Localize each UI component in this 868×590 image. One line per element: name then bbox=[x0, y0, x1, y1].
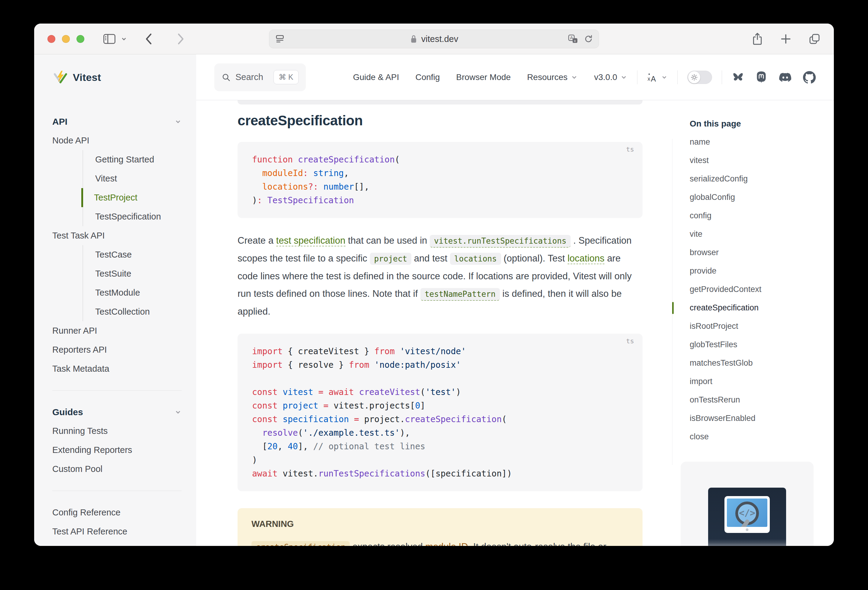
code-line: function createSpecification( bbox=[252, 153, 628, 166]
outline-title: On this page bbox=[672, 119, 834, 129]
code-line: ) bbox=[252, 453, 628, 467]
inline-code-link[interactable]: vitest.runTestSpecifications bbox=[430, 235, 571, 247]
toc-item-close[interactable]: close bbox=[672, 428, 834, 446]
sidebar-item-testspecification[interactable]: TestSpecification bbox=[83, 207, 182, 226]
sidebar-item-testmodule[interactable]: TestModule bbox=[83, 283, 182, 302]
sun-icon bbox=[688, 71, 700, 83]
text-run: expects resolved bbox=[350, 541, 425, 546]
sidebar-nav: APINode APIGetting StartedVitestTestProj… bbox=[34, 100, 196, 541]
toc-item-globalconfig[interactable]: globalConfig bbox=[672, 188, 834, 206]
discord-icon[interactable] bbox=[778, 72, 792, 83]
sidebar-item-test-task-api[interactable]: Test Task API bbox=[52, 226, 182, 245]
language-menu[interactable]: x A bbox=[647, 72, 668, 82]
divider bbox=[52, 390, 182, 391]
nav-resources[interactable]: Resources bbox=[527, 72, 578, 82]
code-line: ): TestSpecification bbox=[252, 194, 628, 207]
toc-item-import[interactable]: import bbox=[672, 372, 834, 391]
sidebar-item-testsuite[interactable]: TestSuite bbox=[83, 264, 182, 283]
doc-content: createSpecification ts function createSp… bbox=[196, 100, 672, 546]
text-run: (optional). Test bbox=[501, 253, 568, 263]
nav-guide-api[interactable]: Guide & API bbox=[353, 72, 399, 82]
vitest-logo-icon bbox=[53, 71, 67, 84]
browser-titlebar: vitest.dev A x bbox=[34, 24, 834, 54]
sidebar-item-running-tests[interactable]: Running Tests bbox=[52, 422, 182, 440]
zoom-window-button[interactable] bbox=[77, 35, 84, 43]
toc-item-name[interactable]: name bbox=[672, 133, 834, 151]
sidebar-item-test-api-reference[interactable]: Test API Reference bbox=[52, 522, 182, 541]
sidebar-item-runner-api[interactable]: Runner API bbox=[52, 321, 182, 340]
previous-code-block-edge bbox=[238, 100, 642, 104]
inline-code-link[interactable]: testNamePattern bbox=[421, 288, 500, 301]
nav-v3-0-0[interactable]: v3.0.0 bbox=[594, 72, 627, 82]
translate-page-icon[interactable]: A x bbox=[568, 34, 578, 44]
bluesky-icon[interactable] bbox=[732, 72, 744, 83]
theme-toggle[interactable] bbox=[687, 71, 712, 84]
toc-item-config[interactable]: config bbox=[672, 206, 834, 225]
close-window-button[interactable] bbox=[47, 35, 55, 43]
toc-item-getprovidedcontext[interactable]: getProvidedContext bbox=[672, 280, 834, 299]
toc-item-isbrowserenabled[interactable]: isBrowserEnabled bbox=[672, 409, 834, 428]
page-title: createSpecification bbox=[238, 112, 642, 129]
inline-link[interactable]: locations bbox=[568, 253, 604, 264]
code-line: resolve('./example.test.ts'), bbox=[252, 426, 628, 440]
toc-item-provide[interactable]: provide bbox=[672, 262, 834, 280]
toc-item-serializedconfig[interactable]: serializedConfig bbox=[672, 170, 834, 188]
sidebar-item-testcollection[interactable]: TestCollection bbox=[83, 302, 182, 321]
sidebar-item-testproject[interactable]: TestProject bbox=[81, 188, 182, 207]
toc-item-vitest[interactable]: vitest bbox=[672, 151, 834, 170]
sidebar-section-header[interactable]: API bbox=[52, 112, 182, 131]
svg-text:A: A bbox=[570, 35, 573, 40]
chevron-down-icon bbox=[174, 409, 182, 416]
inline-link[interactable]: module ID bbox=[425, 541, 468, 546]
text-run: Create a bbox=[238, 235, 276, 246]
back-button[interactable] bbox=[144, 32, 153, 45]
toc-item-vite[interactable]: vite bbox=[672, 225, 834, 243]
inline-link[interactable]: test specification bbox=[276, 235, 345, 246]
new-tab-icon[interactable] bbox=[780, 33, 791, 45]
sidebar-item-task-metadata[interactable]: Task Metadata bbox=[52, 359, 182, 378]
outline-list: namevitestserializedConfigglobalConfigco… bbox=[672, 133, 834, 446]
toc-item-matchestestglob[interactable]: matchesTestGlob bbox=[672, 354, 834, 372]
vitest-logo[interactable]: Vitest bbox=[34, 54, 196, 100]
code-line: import { createVitest } from 'vitest/nod… bbox=[252, 344, 628, 358]
reload-icon[interactable] bbox=[584, 34, 593, 44]
code-line bbox=[252, 372, 628, 385]
nav-browser-mode[interactable]: Browser Mode bbox=[456, 72, 511, 82]
reader-mode-icon[interactable] bbox=[275, 34, 285, 44]
tablet-illustration: </> bbox=[725, 496, 770, 533]
sidebar-item-config-reference[interactable]: Config Reference bbox=[52, 503, 182, 522]
toc-item-globtestfiles[interactable]: globTestFiles bbox=[672, 335, 834, 354]
code-line: await vitest.runTestSpecifications([spec… bbox=[252, 467, 628, 480]
search-label: Search bbox=[235, 72, 263, 82]
sidebar-menu-chevron-icon[interactable] bbox=[121, 35, 127, 42]
search-button[interactable]: Search ⌘ K bbox=[214, 63, 306, 91]
sidebar-item-reporters-api[interactable]: Reporters API bbox=[52, 340, 182, 359]
sidebar-item-getting-started[interactable]: Getting Started bbox=[83, 150, 182, 169]
chevron-down-icon bbox=[620, 74, 627, 81]
sidebar-item-node-api[interactable]: Node API bbox=[52, 131, 182, 150]
nav-config[interactable]: Config bbox=[415, 72, 440, 82]
sidebar-toggle-icon[interactable] bbox=[103, 34, 116, 44]
warning-title: WARNING bbox=[251, 519, 629, 529]
search-icon bbox=[221, 73, 230, 82]
github-icon[interactable] bbox=[803, 71, 816, 84]
sidebar-item-custom-pool[interactable]: Custom Pool bbox=[52, 459, 182, 478]
sidebar-section-header[interactable]: Guides bbox=[52, 403, 182, 422]
address-bar[interactable]: vitest.dev A x bbox=[269, 29, 599, 48]
share-icon[interactable] bbox=[751, 32, 763, 46]
magnifier-icon bbox=[735, 502, 759, 525]
toc-item-browser[interactable]: browser bbox=[672, 243, 834, 262]
toc-item-createspecification[interactable]: createSpecification bbox=[672, 299, 834, 317]
sidebar-item-testcase[interactable]: TestCase bbox=[83, 245, 182, 264]
tab-overview-icon[interactable] bbox=[809, 33, 821, 45]
toc-item-ontestsrerun[interactable]: onTestsRerun bbox=[672, 391, 834, 409]
site-header: Search ⌘ K Guide & APIConfigBrowser Mode… bbox=[196, 54, 834, 100]
sidebar-item-extending-reporters[interactable]: Extending Reporters bbox=[52, 440, 182, 459]
forward-button[interactable] bbox=[176, 32, 185, 45]
toc-item-isrootproject[interactable]: isRootProject bbox=[672, 317, 834, 335]
sponsor-ad[interactable]: </> bbox=[681, 462, 813, 546]
minimize-window-button[interactable] bbox=[62, 35, 70, 43]
code-block-signature: ts function createSpecification( moduleI… bbox=[238, 142, 642, 218]
mastodon-icon[interactable] bbox=[755, 71, 768, 84]
sidebar-item-vitest[interactable]: Vitest bbox=[83, 169, 182, 188]
